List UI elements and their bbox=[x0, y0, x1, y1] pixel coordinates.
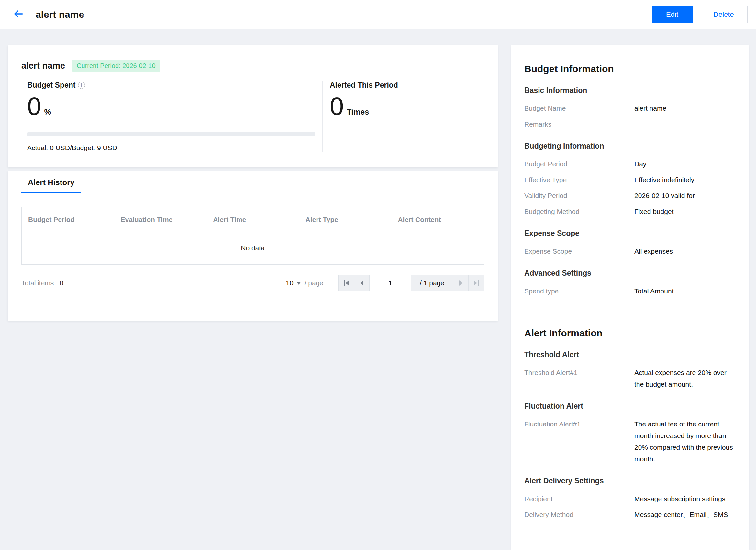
panel-divider bbox=[524, 312, 736, 312]
history-tabs: Alert History bbox=[8, 171, 498, 194]
info-label: Recipient bbox=[524, 493, 634, 505]
info-row-budget-period: Budget Period Day bbox=[524, 158, 736, 170]
alert-information-title: Alert Information bbox=[524, 328, 736, 339]
info-label: Validity Period bbox=[524, 190, 634, 202]
next-page-icon bbox=[459, 280, 462, 286]
info-row-budgeting-method: Budgeting Method Fixed budget bbox=[524, 206, 736, 218]
back-button[interactable] bbox=[10, 6, 27, 23]
alerted-label: Alerted This Period bbox=[330, 81, 484, 90]
current-period-badge: Current Period: 2026-02-10 bbox=[72, 60, 160, 72]
page-body: alert name Current Period: 2026-02-10 Bu… bbox=[0, 29, 756, 550]
budget-spent-label-row: Budget Spent i bbox=[27, 81, 322, 90]
per-page-label: / page bbox=[305, 279, 323, 287]
budget-information-title: Budget Information bbox=[524, 63, 736, 74]
chevron-down-icon bbox=[296, 282, 301, 285]
first-page-arrow-icon bbox=[346, 280, 349, 286]
info-row-expense-scope: Expense Scope All expenses bbox=[524, 246, 736, 257]
info-value: Total Amount bbox=[634, 285, 736, 297]
info-value: 2026-02-10 valid for bbox=[634, 190, 736, 202]
pagination-buttons: / 1 page bbox=[338, 275, 484, 291]
page-size-value: 10 bbox=[286, 279, 293, 287]
info-value: All expenses bbox=[634, 246, 736, 257]
info-row-recipient: Recipient Message subscription settings bbox=[524, 493, 736, 505]
column-header-alert-type: Alert Type bbox=[299, 208, 392, 232]
info-row-fluctuation-alert-1: Fluctuation Alert#1 The actual fee of th… bbox=[524, 418, 736, 465]
column-header-budget-period: Budget Period bbox=[22, 208, 114, 232]
info-row-validity-period: Validity Period 2026-02-10 valid for bbox=[524, 190, 736, 202]
column-header-alert-time: Alert Time bbox=[206, 208, 299, 232]
first-page-button[interactable] bbox=[338, 275, 354, 291]
info-label: Remarks bbox=[524, 118, 634, 130]
info-value: Effective indefinitely bbox=[634, 174, 736, 186]
budget-spent-stat: Budget Spent i 0 % Actual: 0 USD/Budget:… bbox=[21, 81, 323, 152]
prev-page-icon bbox=[360, 280, 363, 286]
info-label: Budgeting Method bbox=[524, 206, 634, 218]
info-label: Effective Type bbox=[524, 174, 634, 186]
table-footer: Total items: 0 10 / page bbox=[21, 275, 484, 291]
info-icon[interactable]: i bbox=[78, 82, 85, 89]
info-value: Message center、Email、SMS bbox=[634, 509, 736, 521]
table-header-row: Budget Period Evaluation Time Alert Time… bbox=[22, 208, 484, 232]
next-page-button[interactable] bbox=[453, 275, 469, 291]
empty-state: No data bbox=[22, 232, 484, 264]
budget-info-panel: Budget Information Basic Information Bud… bbox=[511, 45, 749, 550]
section-heading-threshold-alert: Threshold Alert bbox=[524, 350, 736, 359]
budget-spent-label: Budget Spent bbox=[27, 81, 76, 90]
info-row-budget-name: Budget Name alert name bbox=[524, 103, 736, 114]
top-bar: alert name Edit Delete bbox=[0, 0, 756, 29]
column-header-evaluation-time: Evaluation Time bbox=[114, 208, 207, 232]
budget-actual-detail: Actual: 0 USD/Budget: 9 USD bbox=[27, 144, 322, 152]
prev-page-button[interactable] bbox=[354, 275, 370, 291]
alerted-unit: Times bbox=[347, 107, 369, 119]
total-items-count: 0 bbox=[60, 279, 63, 287]
section-heading-alert-delivery-settings: Alert Delivery Settings bbox=[524, 477, 736, 485]
alerted-value-row: 0 Times bbox=[330, 94, 484, 119]
history-table: Budget Period Evaluation Time Alert Time… bbox=[21, 207, 484, 265]
section-heading-expense-scope: Expense Scope bbox=[524, 229, 736, 238]
section-heading-basic-information: Basic Information bbox=[524, 86, 736, 95]
last-page-button[interactable] bbox=[468, 275, 484, 291]
info-value: The actual fee of the current month incr… bbox=[634, 418, 736, 465]
left-column: alert name Current Period: 2026-02-10 Bu… bbox=[8, 45, 498, 321]
page-size-select[interactable]: 10 bbox=[286, 279, 301, 287]
info-label: Delivery Method bbox=[524, 509, 634, 521]
info-label: Budget Period bbox=[524, 158, 634, 170]
info-row-delivery-method: Delivery Method Message center、Email、SMS bbox=[524, 509, 736, 521]
info-label: Expense Scope bbox=[524, 246, 634, 257]
last-page-arrow-icon bbox=[474, 280, 477, 286]
empty-row: No data bbox=[22, 232, 484, 264]
info-value: Day bbox=[634, 158, 736, 170]
last-page-icon bbox=[478, 280, 479, 286]
alerted-value: 0 bbox=[330, 94, 344, 119]
info-value: Message subscription settings bbox=[634, 493, 736, 505]
back-arrow-icon bbox=[13, 8, 24, 21]
budget-spent-value: 0 bbox=[27, 94, 41, 119]
delete-button[interactable]: Delete bbox=[700, 6, 748, 23]
edit-button[interactable]: Edit bbox=[652, 6, 693, 23]
info-label: Spend type bbox=[524, 285, 634, 297]
info-row-remarks: Remarks bbox=[524, 118, 736, 130]
info-value: Actual expenses are 20% over the budget … bbox=[634, 367, 736, 390]
budget-progress-bar bbox=[27, 132, 315, 136]
tab-alert-history[interactable]: Alert History bbox=[21, 171, 81, 194]
page-input[interactable] bbox=[369, 275, 411, 291]
info-row-spend-type: Spend type Total Amount bbox=[524, 285, 736, 297]
overview-stats-row: Budget Spent i 0 % Actual: 0 USD/Budget:… bbox=[21, 81, 484, 152]
page-title: alert name bbox=[36, 9, 84, 20]
section-heading-advanced-settings: Advanced Settings bbox=[524, 269, 736, 277]
budget-name-title: alert name bbox=[21, 61, 65, 71]
info-value: alert name bbox=[634, 103, 736, 114]
info-row-effective-type: Effective Type Effective indefinitely bbox=[524, 174, 736, 186]
total-items-label: Total items: bbox=[21, 279, 56, 287]
budget-overview-card: alert name Current Period: 2026-02-10 Bu… bbox=[8, 45, 498, 167]
budget-spent-unit: % bbox=[44, 107, 51, 119]
info-row-threshold-alert-1: Threshold Alert#1 Actual expenses are 20… bbox=[524, 367, 736, 390]
overview-title-row: alert name Current Period: 2026-02-10 bbox=[21, 60, 484, 72]
header-actions: Edit Delete bbox=[652, 6, 748, 23]
first-page-icon bbox=[344, 280, 345, 286]
budget-spent-value-row: 0 % bbox=[27, 94, 322, 119]
page-total-label: / 1 page bbox=[411, 275, 453, 291]
info-label: Budget Name bbox=[524, 103, 634, 114]
info-value: Fixed budget bbox=[634, 206, 736, 218]
section-heading-budgeting-information: Budgeting Information bbox=[524, 142, 736, 151]
